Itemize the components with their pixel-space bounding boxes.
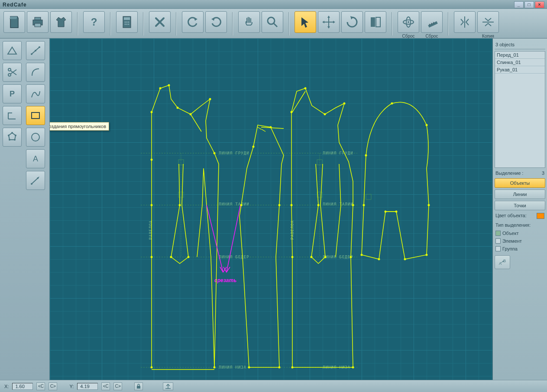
svg-text:P: P	[10, 90, 15, 98]
angle-tool[interactable]	[3, 41, 22, 60]
calculator-button[interactable]	[116, 11, 138, 33]
check-label: Элемент	[502, 238, 522, 244]
svg-point-16	[268, 17, 275, 24]
svg-point-71	[151, 204, 153, 206]
snap-button[interactable]	[163, 382, 173, 390]
canvas[interactable]: Режим создания прямоугольников ЛИНИЯ ГРУ…	[50, 39, 492, 380]
svg-point-110	[378, 258, 380, 260]
print-button[interactable]	[27, 11, 49, 33]
delete-button[interactable]	[149, 11, 171, 33]
x-value: 1.60	[12, 383, 33, 390]
objects-button[interactable]: Объекты	[495, 178, 545, 188]
svg-text:?: ?	[91, 16, 97, 28]
text-tool[interactable]: A	[26, 149, 45, 168]
flip-v-button[interactable]	[454, 11, 476, 33]
svg-point-70	[151, 256, 153, 258]
lines-button[interactable]: Линии	[495, 190, 545, 199]
y-dec-button[interactable]: <C	[101, 382, 110, 390]
svg-point-9	[126, 22, 128, 23]
svg-point-51	[32, 133, 39, 141]
move-button[interactable]	[318, 11, 340, 33]
object-list[interactable]: Перед_01 Спинка_01 Рукав_01	[495, 51, 545, 168]
svg-point-92	[291, 204, 293, 206]
svg-point-79	[214, 152, 216, 154]
svg-marker-15	[211, 17, 215, 21]
svg-point-75	[168, 84, 170, 87]
checkbox-object[interactable]	[495, 231, 501, 236]
list-item[interactable]: Спинка_01	[495, 59, 545, 66]
x-label: X:	[4, 384, 9, 389]
svg-point-74	[159, 87, 162, 90]
lock-button[interactable]	[134, 382, 143, 390]
arc-tool[interactable]	[26, 63, 45, 82]
svg-point-93	[291, 111, 293, 113]
svg-point-103	[365, 154, 367, 157]
svg-point-106	[428, 204, 430, 206]
redo-button[interactable]	[205, 11, 227, 33]
svg-line-67	[261, 127, 284, 129]
rotate-button[interactable]	[341, 11, 363, 33]
copy-label: Копия	[482, 34, 494, 39]
svg-rect-4	[35, 23, 41, 27]
checkbox-element[interactable]	[495, 238, 501, 244]
svg-rect-24	[371, 17, 375, 27]
shape-tool[interactable]	[3, 128, 22, 147]
objects-header: 3 objects	[495, 40, 545, 49]
status-bar: X: 1.60 <C C> Y: 4.19 <C C>	[0, 380, 547, 392]
svg-line-17	[274, 23, 277, 27]
select-button[interactable]	[295, 11, 316, 33]
reset-transform-button[interactable]	[398, 11, 419, 33]
reset-scale-button[interactable]	[421, 11, 443, 33]
maximize-button[interactable]: □	[524, 1, 534, 8]
cut-tool[interactable]	[3, 63, 22, 82]
vector-tool[interactable]	[26, 171, 45, 190]
y-inc-button[interactable]: C>	[113, 382, 122, 390]
svg-point-38	[35, 50, 36, 51]
list-item[interactable]: Рукав_01	[495, 66, 545, 74]
rename-button[interactable]: AB	[495, 255, 510, 269]
list-item[interactable]: Перед_01	[495, 51, 545, 59]
points-button[interactable]: Точки	[495, 201, 545, 210]
garment-button[interactable]	[50, 11, 72, 33]
x-dec-button[interactable]: <C	[36, 382, 45, 390]
svg-point-90	[291, 366, 294, 369]
svg-point-81	[179, 204, 181, 206]
svg-point-84	[240, 204, 243, 206]
line-tool[interactable]	[26, 41, 45, 60]
svg-rect-25	[376, 17, 380, 27]
svg-point-102	[324, 256, 327, 258]
svg-point-87	[278, 204, 281, 206]
help-button[interactable]: ?	[83, 11, 105, 33]
pan-button[interactable]	[238, 11, 260, 33]
svg-point-69	[151, 366, 153, 369]
reset-label: Сброс	[402, 34, 414, 39]
rectangle-tool[interactable]	[26, 106, 45, 125]
right-panel: 3 objects Перед_01 Спинка_01 Рукав_01 Вы…	[492, 39, 547, 380]
checkbox-group[interactable]	[495, 246, 501, 251]
close-button[interactable]: ×	[535, 1, 544, 8]
reset-label-2: Сброс	[425, 34, 438, 39]
svg-point-101	[311, 256, 313, 258]
zoom-button[interactable]	[262, 11, 283, 33]
svg-point-76	[177, 107, 179, 109]
svg-point-85	[248, 366, 250, 369]
svg-point-112	[395, 211, 398, 213]
svg-point-28	[408, 21, 409, 23]
color-swatch[interactable]	[537, 213, 544, 219]
circle-tool[interactable]	[26, 128, 45, 147]
mirror-button[interactable]	[365, 11, 386, 33]
selection-label: Выделение :	[495, 170, 523, 176]
pattern-drawing	[50, 39, 492, 380]
undo-button[interactable]	[182, 11, 204, 33]
perpendicular-tool[interactable]	[3, 106, 22, 125]
x-inc-button[interactable]: C>	[49, 382, 57, 390]
new-file-button[interactable]	[3, 11, 25, 33]
svg-point-8	[125, 22, 126, 23]
svg-marker-22	[333, 21, 335, 23]
point-tool[interactable]: P	[3, 84, 22, 103]
svg-point-91	[291, 256, 294, 258]
svg-line-53	[32, 178, 38, 184]
flip-h-button[interactable]	[477, 11, 499, 33]
curve-tool[interactable]	[26, 84, 45, 103]
minimize-button[interactable]: _	[514, 1, 524, 8]
